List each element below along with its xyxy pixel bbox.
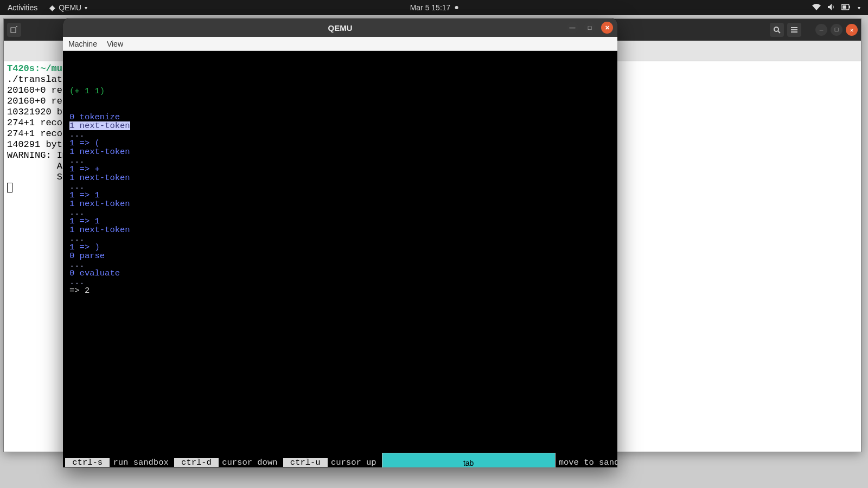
trace-line: 1 => 1	[69, 217, 611, 226]
clock-text: Mar 5 15:17	[410, 3, 451, 12]
status-area[interactable]: ▾	[805, 3, 868, 12]
chevron-down-icon: ▾	[85, 5, 87, 11]
keyhint-key: ctrl-u	[283, 458, 328, 467]
chevron-down-icon: ▾	[858, 5, 860, 11]
trace-line: 1 next-token	[69, 121, 611, 130]
qemu-menubar: Machine View	[63, 37, 617, 51]
menu-view[interactable]: View	[107, 40, 123, 48]
trace-line: 1 => (	[69, 139, 611, 147]
trace-line: 0 parse	[69, 252, 611, 260]
app-menu-label: QEMU	[59, 3, 81, 12]
trace-line: ...	[69, 234, 611, 243]
maximize-button[interactable]: □	[831, 24, 843, 36]
qemu-maximize-button[interactable]: □	[584, 22, 596, 34]
qemu-minimize-button[interactable]: —	[566, 22, 578, 34]
trace-line: ...	[69, 278, 611, 286]
trace-line: 1 next-token	[69, 174, 611, 182]
activities-button[interactable]: Activities	[0, 3, 45, 12]
trace-line: 1 next-token	[69, 147, 611, 156]
trace-line: 0 tokenize	[69, 113, 611, 121]
clock[interactable]: Mar 5 15:17	[410, 3, 458, 12]
battery-icon	[841, 3, 851, 12]
qemu-titlebar: QEMU — □ ✕	[63, 18, 617, 37]
new-tab-button[interactable]	[7, 23, 21, 37]
wifi-icon	[812, 3, 821, 12]
app-menu[interactable]: ◆ QEMU ▾	[45, 3, 92, 12]
keyhint-key: ctrl-s	[65, 458, 110, 467]
notification-dot-icon	[455, 6, 458, 9]
trace-line: 1 => +	[69, 165, 611, 174]
trace-line: => 2	[69, 286, 611, 295]
trace-line: 0 evaluate	[69, 269, 611, 278]
trace-line: 1 next-token	[69, 226, 611, 234]
volume-icon	[827, 3, 835, 12]
hamburger-menu-button[interactable]	[787, 23, 801, 37]
menu-machine[interactable]: Machine	[68, 40, 97, 48]
qemu-window: QEMU — □ ✕ Machine View (+ 1 1) 0 tokeni…	[63, 18, 617, 467]
svg-rect-1	[849, 6, 850, 8]
terminal-cursor	[7, 183, 12, 192]
trace-line: ...	[69, 130, 611, 139]
repl-trace: 0 tokenize1 next-token...1 => (1 next-to…	[69, 113, 611, 295]
trace-line: ...	[69, 182, 611, 191]
gnome-topbar: Activities ◆ QEMU ▾ Mar 5 15:17 ▾	[0, 0, 868, 15]
trace-line: 1 => )	[69, 243, 611, 252]
trace-line: 1 => 1	[69, 191, 611, 200]
svg-line-5	[778, 31, 780, 33]
keyhint-label: cursor up	[328, 458, 382, 467]
minimize-button[interactable]: —	[815, 24, 827, 36]
svg-rect-3	[11, 28, 16, 33]
keyhint-key: tab	[382, 453, 556, 467]
trace-line: ...	[69, 260, 611, 269]
keyhint-label: move to sandbox	[556, 458, 617, 467]
repl-input-line: (+ 1 1)	[69, 87, 611, 95]
qemu-title: QEMU	[328, 23, 353, 33]
search-button[interactable]	[770, 23, 784, 37]
qemu-framebuffer[interactable]: (+ 1 1) 0 tokenize1 next-token...1 => (1…	[63, 51, 617, 467]
keyhint-label: run sandbox	[110, 458, 174, 467]
close-button[interactable]: ✕	[846, 24, 858, 36]
keybinding-bar: ctrl-s run sandbox ctrl-d cursor down ct…	[63, 458, 617, 467]
keyhint-key: ctrl-d	[174, 458, 219, 467]
qemu-close-button[interactable]: ✕	[601, 22, 613, 34]
keyhint-label: cursor down	[219, 458, 283, 467]
svg-point-4	[774, 27, 778, 31]
svg-rect-2	[843, 5, 846, 9]
trace-line: ...	[69, 156, 611, 165]
trace-line: ...	[69, 208, 611, 217]
trace-line: 1 next-token	[69, 200, 611, 208]
qemu-app-icon: ◆	[49, 3, 55, 12]
